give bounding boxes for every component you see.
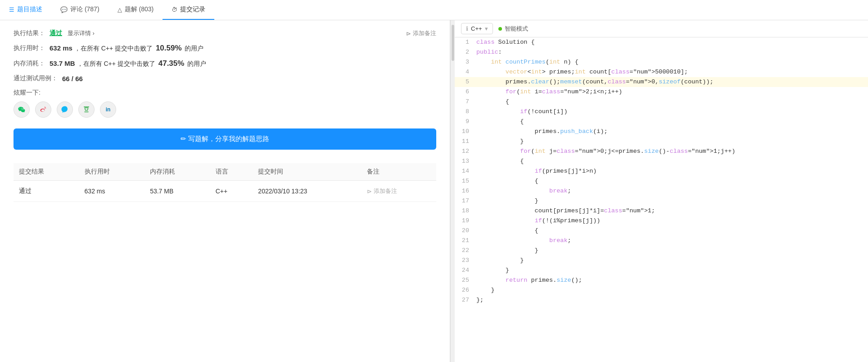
tab-comments-label: 评论 (787): [70, 5, 99, 14]
line-content: }: [473, 256, 524, 266]
row-note[interactable]: ⊳ 添加备注: [362, 181, 436, 202]
tab-submissions-label: 提交记录: [180, 5, 205, 14]
write-solution-button[interactable]: ✏ 写题解，分享我的解题思路: [14, 128, 436, 150]
line-content: }: [473, 137, 524, 147]
code-line: 3 int countPrimes(int n) {: [455, 57, 868, 67]
code-line: 5 primes.clear();memset(count,class="num…: [455, 77, 868, 87]
line-number: 9: [455, 117, 473, 127]
center-scrollbar[interactable]: [450, 20, 455, 362]
language-selector[interactable]: ℹ C++ ▾: [461, 23, 493, 34]
line-content: }: [473, 246, 538, 256]
line-content: int countPrimes(int n) {: [473, 57, 579, 67]
weibo-icon[interactable]: [35, 101, 51, 118]
code-line: 24 }: [455, 266, 868, 275]
line-number: 3: [455, 57, 473, 67]
code-line: 12 for(int j=class="num">0;j<=primes.siz…: [455, 147, 868, 156]
line-number: 22: [455, 246, 473, 256]
scroll-thumb: [452, 25, 454, 61]
result-detail-link[interactable]: 显示详情 ›: [68, 29, 95, 37]
linkedin-icon[interactable]: in: [100, 101, 116, 118]
code-line: 9 {: [455, 117, 868, 127]
line-number: 24: [455, 266, 473, 275]
col-header-status: 提交结果: [14, 163, 79, 181]
testcase-label: 通过测试用例：: [14, 74, 58, 82]
result-label: 执行结果：: [14, 29, 45, 37]
smart-mode-dot: [498, 27, 502, 31]
tab-solutions[interactable]: △ 题解 (803): [108, 0, 163, 20]
line-content: if(!count[i]): [473, 107, 568, 117]
chevron-down-icon: ▾: [485, 25, 488, 32]
submissions-table: 提交结果 执行用时 内存消耗 语言 提交时间 备注 通过 632 ms 53.7…: [14, 163, 436, 202]
code-line: 27};: [455, 295, 868, 305]
submissions-icon: ⏱: [172, 6, 177, 13]
code-line: 16 break;: [455, 186, 868, 196]
tab-comments[interactable]: 💬 评论 (787): [51, 0, 108, 20]
line-number: 5: [455, 77, 473, 87]
memory-value: 53.7 MB ，在所有 C++ 提交中击败了 47.35% 的用户: [50, 59, 206, 68]
line-number: 13: [455, 156, 473, 166]
line-number: 18: [455, 206, 473, 216]
line-content: for(int j=class="num">0;j<=primes.size()…: [473, 147, 735, 156]
line-number: 26: [455, 285, 473, 295]
testcase-row: 通过测试用例： 66 / 66: [14, 74, 436, 82]
line-content: }: [473, 266, 509, 275]
code-line: 7 {: [455, 97, 868, 107]
runtime-label: 执行用时：: [14, 44, 45, 52]
comments-icon: 💬: [60, 6, 68, 13]
line-content: count[primes[j]*i]=class="num">1;: [473, 206, 655, 216]
line-content: {: [473, 156, 524, 166]
douban-icon[interactable]: [78, 101, 95, 118]
col-header-lang: 语言: [210, 163, 253, 181]
line-content: {: [473, 226, 538, 236]
table-header: 提交结果 执行用时 内存消耗 语言 提交时间 备注: [14, 163, 436, 181]
code-editor[interactable]: 1class Solution {2public:3 int countPrim…: [455, 37, 868, 362]
line-content: primes.push_back(i);: [473, 127, 608, 137]
add-note-btn[interactable]: ⊳ 添加备注: [406, 29, 436, 37]
line-content: return primes.size();: [473, 275, 582, 285]
table-row: 通过 632 ms 53.7 MB C++ 2022/03/10 13:23 ⊳…: [14, 181, 436, 202]
code-line: 4 vector<int> primes;int count[class="nu…: [455, 67, 868, 77]
line-content: class Solution {: [473, 37, 535, 47]
row-time: 2022/03/10 13:23: [253, 181, 362, 202]
line-content: {: [473, 117, 524, 127]
code-line: 22 }: [455, 246, 868, 256]
line-content: primes.clear();memset(count,class="num">…: [473, 77, 714, 87]
code-line: 18 count[primes[j]*i]=class="num">1;: [455, 206, 868, 216]
code-line: 13 {: [455, 156, 868, 166]
line-number: 27: [455, 295, 473, 305]
code-line: 1class Solution {: [455, 37, 868, 47]
code-line: 21 break;: [455, 236, 868, 246]
row-status[interactable]: 通过: [14, 181, 79, 202]
flag-row-icon: ⊳: [367, 188, 372, 195]
share-label: 炫耀一下:: [14, 89, 436, 97]
code-line: 8 if(!count[i]): [455, 107, 868, 117]
tab-description-label: 题目描述: [17, 5, 42, 14]
line-number: 12: [455, 147, 473, 156]
runtime-row: 执行用时： 632 ms ，在所有 C++ 提交中击败了 10.59% 的用户: [14, 44, 436, 53]
line-number: 8: [455, 107, 473, 117]
line-content: break;: [473, 186, 571, 196]
line-number: 15: [455, 176, 473, 186]
line-number: 4: [455, 67, 473, 77]
qq-icon[interactable]: [57, 101, 73, 118]
row-memory: 53.7 MB: [145, 181, 210, 202]
wechat-icon[interactable]: [14, 101, 30, 118]
line-number: 23: [455, 256, 473, 266]
flag-icon: ⊳: [406, 30, 411, 37]
code-line: 19 if(!(i%primes[j])): [455, 216, 868, 226]
col-header-time: 提交时间: [253, 163, 362, 181]
description-icon: ☰: [9, 6, 14, 13]
line-number: 16: [455, 186, 473, 196]
result-status[interactable]: 通过: [50, 29, 62, 37]
tab-submissions[interactable]: ⏱ 提交记录: [163, 0, 214, 20]
add-note-row[interactable]: ⊳ 添加备注: [367, 187, 431, 195]
tabs-bar: ☰ 题目描述 💬 评论 (787) △ 题解 (803) ⏱ 提交记录: [0, 0, 868, 20]
line-content: break;: [473, 236, 571, 246]
tab-description[interactable]: ☰ 题目描述: [0, 0, 51, 20]
memory-label: 内存消耗：: [14, 60, 45, 68]
line-content: for(int i=class="num">2;i<n;i++): [473, 87, 622, 97]
line-content: {: [473, 176, 538, 186]
code-line: 6 for(int i=class="num">2;i<n;i++): [455, 87, 868, 97]
line-number: 2: [455, 47, 473, 57]
line-content: }: [473, 285, 495, 295]
